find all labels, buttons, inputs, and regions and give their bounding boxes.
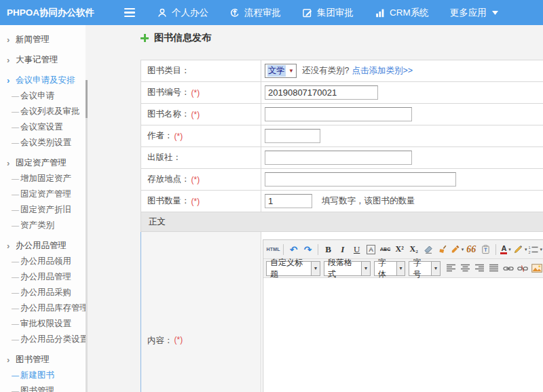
font-color-button[interactable]: A▾ bbox=[500, 242, 512, 256]
quantity-input[interactable] bbox=[265, 194, 312, 208]
scrollbar-thumb[interactable] bbox=[86, 80, 88, 118]
sidebar-item-label: 增加固定资产 bbox=[20, 171, 71, 187]
fontname-button[interactable]: A bbox=[364, 242, 377, 256]
nav-personal-office[interactable]: 个人办公 bbox=[157, 7, 208, 19]
sidebar-item[interactable]: —办公用品库存管理 bbox=[0, 300, 86, 316]
field-label-cell: 图书数量：(*) bbox=[141, 191, 261, 212]
sidebar-scrollbar[interactable] bbox=[86, 80, 88, 392]
strikethrough-button[interactable]: ABC bbox=[379, 242, 392, 256]
format-painter-button[interactable]: ▾ bbox=[450, 242, 464, 256]
sidebar-item[interactable]: —资产类别 bbox=[0, 218, 86, 233]
form-row-content: 内容： (*) HTML↶↷BIUAABCX²X₂▾66TA▾▾12▾▾ 自定义… bbox=[141, 232, 543, 392]
editor-content-area[interactable] bbox=[263, 278, 543, 392]
sidebar-item[interactable]: —固定资产折旧 bbox=[0, 202, 86, 218]
unlink-button[interactable] bbox=[516, 261, 529, 275]
sidebar-item[interactable]: —会议列表及审批 bbox=[0, 104, 86, 119]
dropdown-arrow-icon: ▾ bbox=[396, 262, 405, 275]
sidebar-item[interactable]: —新建图书 bbox=[0, 368, 86, 383]
bold-button[interactable]: B bbox=[322, 242, 335, 256]
redo-button[interactable]: ↷ bbox=[301, 242, 314, 256]
sidebar: ›新闻管理›大事记管理›会议申请及安排—会议申请—会议列表及审批—会议室设置—会… bbox=[0, 25, 86, 392]
font-size-select[interactable]: 字号▾ bbox=[409, 261, 441, 276]
image-button[interactable] bbox=[530, 261, 543, 275]
subscript-button[interactable]: X₂ bbox=[407, 242, 420, 256]
ordered-list-button[interactable]: 12▾ bbox=[528, 242, 542, 256]
heading-style-select[interactable]: 自定义标题▾ bbox=[266, 261, 320, 276]
dash-icon: — bbox=[12, 218, 20, 233]
book-name-input[interactable] bbox=[265, 107, 412, 121]
section-header: 正文 bbox=[141, 212, 543, 232]
sidebar-item[interactable]: ›新闻管理 bbox=[0, 32, 86, 47]
undo-button[interactable]: ↶ bbox=[287, 242, 300, 256]
sidebar-item[interactable]: —办公用品领用 bbox=[0, 254, 86, 269]
sidebar-item[interactable]: —会议室设置 bbox=[0, 119, 86, 135]
paragraph-format-select[interactable]: 段落格式▾ bbox=[324, 261, 371, 276]
bar-chart-icon bbox=[375, 7, 386, 18]
sidebar-item[interactable]: —办公用品管理 bbox=[0, 269, 86, 285]
publisher-input[interactable] bbox=[265, 151, 412, 165]
dropdown-arrow-icon: ▾ bbox=[540, 247, 543, 252]
required-mark: (*) bbox=[191, 175, 200, 184]
sidebar-item[interactable]: —增加固定资产 bbox=[0, 171, 86, 187]
dash-icon: — bbox=[12, 332, 20, 347]
font-family-select[interactable]: 字体▾ bbox=[374, 261, 406, 276]
field-cell: HTML↶↷BIUAABCX²X₂▾66TA▾▾12▾▾ 自定义标题▾段落格式▾… bbox=[261, 232, 543, 392]
sidebar-item[interactable]: —会议申请 bbox=[0, 88, 86, 104]
underline-button[interactable]: U bbox=[350, 242, 363, 256]
sidebar-item[interactable]: ›固定资产管理 bbox=[0, 155, 86, 171]
nav-crm-system[interactable]: CRM系统 bbox=[375, 7, 429, 19]
align-left-button[interactable] bbox=[445, 261, 457, 275]
nav-more-apps[interactable]: 更多应用 bbox=[450, 7, 498, 19]
field-cell bbox=[261, 104, 543, 125]
italic-button[interactable]: I bbox=[336, 242, 349, 256]
field-label: 内容： bbox=[147, 335, 173, 347]
align-center-button[interactable] bbox=[459, 261, 472, 275]
strikethrough-icon: ABC bbox=[380, 247, 390, 252]
toolbar-separator bbox=[318, 244, 318, 255]
nav-process-approval[interactable]: 流程审批 bbox=[229, 7, 281, 19]
chevron-right-icon: › bbox=[7, 52, 16, 68]
book-category-select[interactable]: 文学 ▼ bbox=[265, 64, 297, 78]
sidebar-item[interactable]: —办公用品采购 bbox=[0, 285, 86, 300]
link-button[interactable] bbox=[502, 261, 514, 275]
paste-text-button[interactable]: T bbox=[479, 242, 492, 256]
menu-icon[interactable] bbox=[124, 8, 135, 18]
add-category-link[interactable]: 点击添加类别>> bbox=[352, 65, 413, 77]
sidebar-item[interactable]: —图书管理 bbox=[0, 383, 86, 392]
clear-format-button[interactable] bbox=[436, 242, 449, 256]
sidebar-item[interactable]: ›大事记管理 bbox=[0, 52, 86, 68]
sidebar-item-label: 办公用品采购 bbox=[20, 285, 71, 300]
select-arrow-icon: ▼ bbox=[288, 68, 294, 74]
nav-group-approval[interactable]: 集团审批 bbox=[302, 7, 354, 19]
align-right-button[interactable] bbox=[473, 261, 486, 275]
field-label: 图书名称： bbox=[147, 109, 190, 120]
superscript-icon: X² bbox=[396, 244, 404, 254]
rich-text-editor: HTML↶↷BIUAABCX²X₂▾66TA▾▾12▾▾ 自定义标题▾段落格式▾… bbox=[263, 239, 543, 392]
image-icon bbox=[531, 264, 542, 273]
caret-down-icon bbox=[492, 11, 498, 15]
sidebar-item[interactable]: ›会议申请及安排 bbox=[0, 73, 86, 88]
nav-label: 更多应用 bbox=[450, 7, 487, 19]
app-logo: PHPOA协同办公软件 bbox=[7, 7, 118, 19]
sidebar-item-label: 办公用品分类设置 bbox=[20, 332, 86, 347]
user-icon bbox=[157, 7, 168, 18]
highlight-button[interactable]: ▾ bbox=[514, 242, 527, 256]
book-number-input[interactable] bbox=[265, 85, 378, 100]
sidebar-item[interactable]: —审批权限设置 bbox=[0, 316, 86, 332]
author-input[interactable] bbox=[265, 129, 320, 143]
eraser-button[interactable] bbox=[422, 242, 434, 256]
sidebar-item[interactable]: —办公用品分类设置 bbox=[0, 332, 86, 347]
dash-icon: — bbox=[12, 104, 20, 119]
blockquote-button[interactable]: 66 bbox=[465, 242, 478, 256]
eraser-icon bbox=[423, 244, 434, 255]
sidebar-item[interactable]: —会议类别设置 bbox=[0, 135, 86, 151]
superscript-button[interactable]: X² bbox=[393, 242, 406, 256]
field-cell: 填写数字，该图书的数量 bbox=[261, 191, 543, 212]
sidebar-item-label: 审批权限设置 bbox=[20, 316, 71, 332]
sidebar-item[interactable]: —固定资产管理 bbox=[0, 187, 86, 202]
sidebar-item[interactable]: ›图书管理 bbox=[0, 352, 86, 368]
align-justify-button[interactable] bbox=[487, 261, 500, 275]
sidebar-item[interactable]: ›办公用品管理 bbox=[0, 238, 86, 254]
source-button[interactable]: HTML bbox=[267, 242, 280, 256]
location-input[interactable] bbox=[265, 172, 456, 187]
